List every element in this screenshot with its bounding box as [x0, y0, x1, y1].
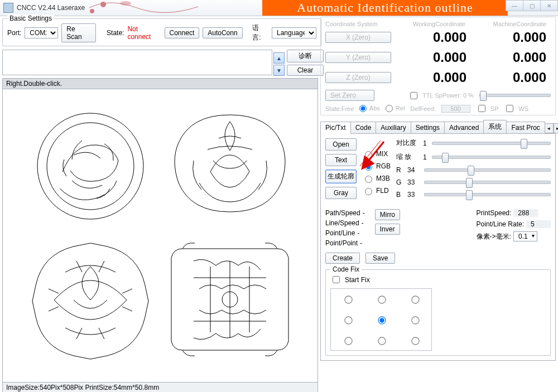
r-value: 34	[407, 166, 420, 174]
tab-scroll-left[interactable]: ◂	[545, 123, 554, 133]
anchor-br[interactable]	[411, 337, 419, 345]
g-label: G	[396, 178, 403, 186]
save-button[interactable]: Save	[365, 253, 395, 264]
svg-point-2	[120, 1, 131, 6]
tab-auxiliary[interactable]: Auxiliary	[376, 122, 411, 133]
x-work-value: 0.000	[391, 30, 471, 45]
close-button[interactable]: ✕	[540, 0, 558, 11]
anchor-tr[interactable]	[411, 296, 419, 304]
codefix-group: Code Fix Start Fix	[325, 269, 551, 356]
basic-settings-group: Basic Settings Port: COM2 Re Scan State:…	[2, 18, 321, 46]
y-zero-button[interactable]: Y (Zero)	[325, 52, 391, 63]
connect-button[interactable]: Connect	[165, 27, 200, 38]
codefix-legend: Code Fix	[330, 265, 362, 273]
plrate-value: 5	[526, 220, 551, 228]
maximize-button[interactable]: ▢	[523, 0, 541, 11]
y-work-value: 0.000	[391, 50, 471, 65]
autoconn-button[interactable]: AutoConn	[203, 27, 242, 38]
rel-radio[interactable]: Rel	[386, 105, 405, 113]
create-button[interactable]: Create	[325, 253, 360, 264]
setzero-button[interactable]: Set Zero	[325, 90, 374, 101]
contrast-label: 对比度	[396, 138, 420, 148]
inver-button[interactable]: Inver	[375, 224, 400, 235]
printspeed-label: PrintSpeed:	[477, 209, 512, 217]
pathspeed-label: Path/Speed	[325, 209, 360, 217]
coordinate-group: Coordinate System WorkingCoordinate Mach…	[320, 17, 556, 115]
tab-settings[interactable]: Settings	[411, 122, 445, 133]
contrast-slider[interactable]	[432, 142, 551, 145]
gray-button[interactable]: Gray	[325, 187, 357, 199]
diagnose-button[interactable]: 诊断	[287, 50, 324, 62]
title-bar: CNCC V2.44 Laseraxe Automatic Identifica…	[0, 0, 558, 16]
x-mach-value: 0.000	[471, 30, 551, 45]
tab-scroll-right[interactable]: ▸	[554, 123, 558, 133]
pointpoint-label: Point/Point	[325, 239, 358, 247]
deffeed-value: 500	[441, 105, 470, 113]
ttl-checkbox[interactable]: TTL SpPower: 0 %	[408, 90, 474, 101]
tab-system[interactable]: 系统	[483, 120, 507, 133]
anchor-tl[interactable]	[344, 296, 352, 304]
coord-head-sys: Coordinate System	[325, 21, 389, 27]
state-label: State:	[107, 29, 124, 37]
startfix-checkbox[interactable]: Start Fix	[330, 274, 546, 285]
fld-radio[interactable]: FLD	[362, 186, 391, 195]
ws-checkbox[interactable]: WS	[504, 103, 528, 114]
anchor-bl[interactable]	[344, 337, 352, 345]
basic-settings-legend: Basic Settings	[7, 14, 54, 22]
mix-radio[interactable]: MIX	[362, 149, 391, 158]
tab-pictxt[interactable]: Pic/Txt	[320, 122, 351, 134]
svg-point-1	[90, 9, 94, 13]
pix2mm-select[interactable]: 0.1	[513, 231, 537, 241]
deffeed-label: DefFeed:	[410, 105, 435, 112]
pointline-label: Point/Line	[325, 229, 355, 237]
m3b-radio[interactable]: M3B	[362, 174, 391, 183]
tab-body: Open Text 生成轮廓 Gray MIX RGB M3B FLD 对比度 …	[320, 134, 556, 361]
canvas-header: Right.Double-click.	[3, 79, 318, 89]
anchor-center[interactable]	[378, 316, 386, 324]
anchor-bc[interactable]	[378, 337, 386, 345]
mirro-button[interactable]: Mirro	[375, 209, 400, 220]
canvas[interactable]	[3, 89, 318, 382]
port-select[interactable]: COM2	[25, 27, 58, 38]
console-area: ▲ ▼ 诊断 Clear	[2, 50, 317, 76]
anchor-mr[interactable]	[411, 316, 419, 324]
language-select[interactable]: Language	[272, 27, 316, 38]
preview-svg	[21, 105, 300, 367]
open-button[interactable]: Open	[325, 138, 357, 151]
z-zero-button[interactable]: Z (Zero)	[325, 72, 391, 83]
g-value: 33	[407, 178, 420, 186]
minimize-button[interactable]: —	[506, 0, 523, 11]
console-down-button[interactable]: ▼	[273, 65, 285, 76]
anchor-ml[interactable]	[344, 316, 352, 324]
rescan-button[interactable]: Re Scan	[61, 23, 95, 42]
tab-fastproc[interactable]: Fast Proc	[506, 122, 545, 133]
svg-point-4	[47, 123, 134, 210]
coord-head-mach: MachineCoordinate	[470, 21, 551, 27]
y-mach-value: 0.000	[471, 50, 551, 65]
scale-value: 1	[423, 153, 429, 161]
console-up-button[interactable]: ▲	[273, 52, 285, 64]
tab-advanced[interactable]: Advanced	[444, 122, 484, 133]
anchor-tc[interactable]	[378, 296, 386, 304]
console-box[interactable]	[2, 50, 272, 75]
abs-radio[interactable]: Abs	[359, 105, 379, 113]
tab-code[interactable]: Code	[350, 122, 377, 133]
gen-outline-button[interactable]: 生成轮廓	[325, 170, 357, 183]
text-button[interactable]: Text	[325, 154, 357, 166]
x-zero-button[interactable]: X (Zero)	[325, 32, 391, 43]
anchor-grid	[330, 288, 432, 351]
pix2mm-label: 像素->毫米:	[477, 232, 511, 241]
rgb-radio[interactable]: RGB	[362, 162, 391, 171]
scale-slider[interactable]	[432, 156, 551, 159]
clear-button[interactable]: Clear	[287, 65, 324, 76]
g-slider[interactable]	[424, 181, 551, 184]
sp-checkbox[interactable]: SP	[476, 103, 499, 114]
scale-label: 缩 放	[396, 152, 420, 162]
state-value: Not connect	[127, 25, 161, 41]
b-slider[interactable]	[424, 193, 551, 196]
contrast-value: 1	[423, 139, 429, 147]
state-free-label: State:Free	[325, 105, 354, 112]
r-slider[interactable]	[424, 168, 551, 172]
window-buttons: — ▢ ✕	[506, 0, 558, 11]
banner-text: Automatic Identification outline	[262, 0, 508, 16]
